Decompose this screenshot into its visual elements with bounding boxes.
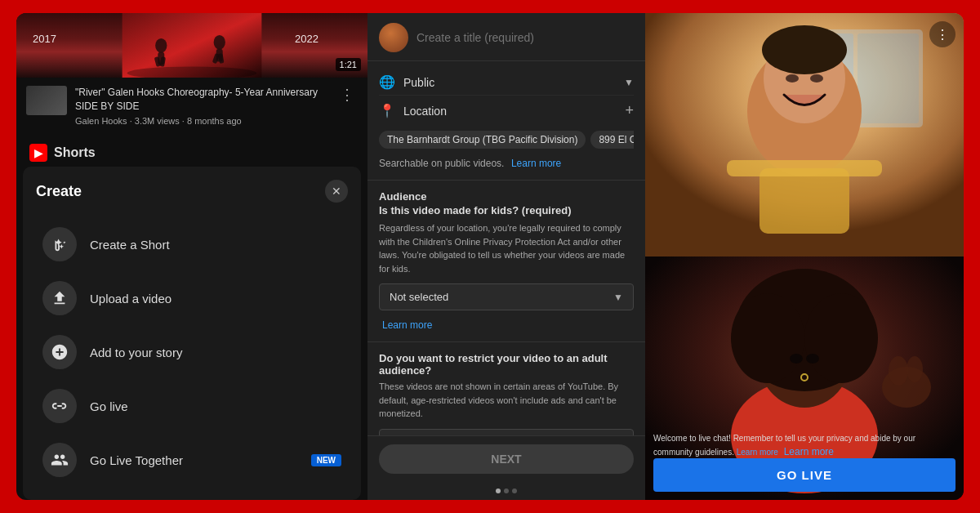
form-scroll-area[interactable]: 🌐 Public ▼ 📍 Location + The Barnhardt Gr…: [368, 61, 645, 435]
view-count: 3.3M views: [135, 116, 180, 126]
audience-learn-row: Learn more: [379, 310, 634, 332]
create-short-item[interactable]: Create a Short: [36, 217, 348, 271]
searchable-text: Searchable on public videos.: [379, 153, 504, 174]
add-story-icon-circle: [42, 335, 77, 369]
avatar-image: [379, 23, 408, 52]
audience-learn-more[interactable]: Learn more: [382, 319, 432, 331]
audience-title: Audience: [379, 190, 634, 203]
location-label: Location: [403, 105, 617, 118]
audience-selected-val: Not selected: [390, 291, 613, 303]
add-story-item[interactable]: Add to your story: [36, 325, 348, 379]
live-chat-learn-more[interactable]: Learn more: [737, 448, 778, 457]
create-header: Create ✕: [36, 180, 348, 203]
new-badge: New: [311, 454, 341, 466]
close-button[interactable]: ✕: [325, 180, 348, 203]
go-live-together-item[interactable]: Go Live Together New: [36, 433, 348, 487]
add-location-btn[interactable]: +: [625, 102, 634, 119]
add-story-label: Add to your story: [90, 346, 182, 359]
go-live-icon: [51, 397, 69, 415]
audience-section: Audience Is this video made for kids? (r…: [368, 181, 645, 342]
audience-select[interactable]: Not selected ▼: [379, 283, 634, 310]
live-chat-notice: Welcome to live chat! Remember to tell u…: [653, 432, 956, 459]
dot-2: [504, 488, 509, 493]
searchable-row: Searchable on public videos. Learn more: [379, 152, 634, 172]
time-ago: 8 months ago: [187, 116, 242, 126]
video-small-thumb: [26, 86, 67, 115]
user-avatar: [379, 23, 408, 52]
upload-icon: [51, 289, 69, 307]
live-learn-link[interactable]: Learn more: [784, 446, 834, 457]
upload-video-label: Upload a video: [90, 292, 172, 306]
visibility-dropdown-arrow: ▼: [624, 77, 634, 88]
location-tag-0[interactable]: The Barnhardt Group (TBG Pacific Divisio…: [379, 131, 586, 149]
go-live-item[interactable]: Go live: [36, 379, 348, 433]
svg-point-32: [906, 356, 923, 382]
shorts-section: ▶ Shorts: [16, 134, 368, 167]
progress-dots: [368, 482, 645, 500]
next-btn-container: NEXT: [368, 435, 645, 482]
video-info-row: "River" Galen Hooks Choreography- 5-Year…: [16, 78, 368, 134]
go-live-together-label: Go Live Together: [90, 453, 183, 467]
upload-icon-circle: [42, 281, 77, 315]
top-person-svg: [645, 13, 964, 256]
audience-dropdown-arrow: ▼: [613, 292, 623, 303]
location-tag-1[interactable]: 899 El Camin...: [590, 131, 634, 149]
shorts-label: Shorts: [54, 145, 96, 160]
visibility-section: 🌐 Public ▼ 📍 Location + The Barnhardt Gr…: [368, 61, 645, 181]
next-button[interactable]: NEXT: [379, 444, 634, 474]
go-live-together-icon-circle: [42, 443, 77, 477]
adult-title: Do you want to restrict your video to an…: [379, 352, 634, 377]
adult-desc: These videos are not shown in certain ar…: [379, 380, 634, 421]
svg-point-16: [762, 25, 847, 74]
svg-point-2: [155, 38, 167, 52]
adult-select[interactable]: No, don't restrict my video to viewers o…: [379, 429, 634, 436]
svg-point-17: [786, 74, 799, 83]
create-short-icon: [42, 227, 77, 261]
audience-subtitle: Is this video made for kids? (required): [379, 204, 634, 216]
svg-rect-19: [760, 168, 849, 234]
shorts-icon: ▶: [29, 144, 47, 162]
top-person-bg: [645, 13, 964, 256]
location-tags: The Barnhardt Group (TBG Pacific Divisio…: [379, 126, 634, 152]
svg-point-26: [804, 293, 878, 383]
title-input[interactable]: [416, 31, 634, 44]
upload-video-item[interactable]: Upload a video: [36, 271, 348, 325]
channel-name: Galen Hooks: [75, 116, 127, 126]
more-options-btn[interactable]: ⋮: [929, 21, 956, 47]
add-story-icon: [51, 343, 69, 361]
right-panel: ⋮: [645, 13, 964, 500]
upload-header: [368, 13, 645, 61]
create-short-label: Create a Short: [90, 238, 170, 252]
visibility-label: Public: [403, 76, 616, 89]
video-thumbnail[interactable]: 2017 2022 1:21: [16, 13, 368, 78]
create-title: Create: [36, 183, 82, 200]
svg-point-25: [731, 293, 804, 383]
go-live-button[interactable]: GO LIVE: [653, 458, 956, 492]
adult-section: Do you want to restrict your video to an…: [368, 342, 645, 435]
duration-badge: 1:21: [336, 58, 361, 71]
svg-point-18: [810, 74, 823, 83]
dot-1: [496, 488, 501, 493]
right-top-video: ⋮: [645, 13, 964, 256]
location-pin-icon: 📍: [379, 103, 395, 118]
svg-point-31: [889, 356, 908, 386]
svg-point-6: [214, 35, 225, 49]
go-live-icon-circle: [42, 389, 77, 423]
visibility-row[interactable]: 🌐 Public ▼: [379, 69, 634, 95]
searchable-learn-more[interactable]: Learn more: [511, 158, 561, 169]
go-live-together-icon: [51, 451, 69, 469]
globe-icon: 🌐: [379, 74, 395, 90]
right-bottom-video: Welcome to live chat! Remember to tell u…: [645, 256, 964, 500]
video-text: "River" Galen Hooks Choreography- 5-Year…: [75, 86, 328, 126]
middle-panel: 🌐 Public ▼ 📍 Location + The Barnhardt Gr…: [368, 13, 645, 500]
dot-3: [512, 488, 517, 493]
left-panel: 2017 2022 1:21 "River" Galen Hooks Chore…: [16, 13, 368, 500]
go-live-label: Go live: [90, 399, 128, 413]
create-panel: Create ✕ Create a Short Upload a video: [23, 167, 361, 500]
video-meta: Galen Hooks · 3.3M views · 8 months ago: [75, 116, 328, 126]
audience-desc: Regardless of your location, you're lega…: [379, 221, 634, 275]
svg-rect-13: [858, 33, 919, 123]
year-right-label: 2022: [295, 33, 318, 45]
video-menu-btn[interactable]: ⋮: [336, 86, 358, 104]
svg-point-27: [790, 354, 803, 364]
